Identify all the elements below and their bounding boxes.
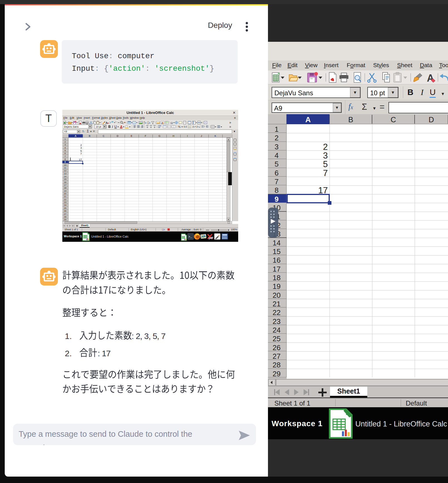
svg-text:>_: >_ — [188, 235, 192, 238]
svg-text:pdf: pdf — [209, 236, 213, 240]
